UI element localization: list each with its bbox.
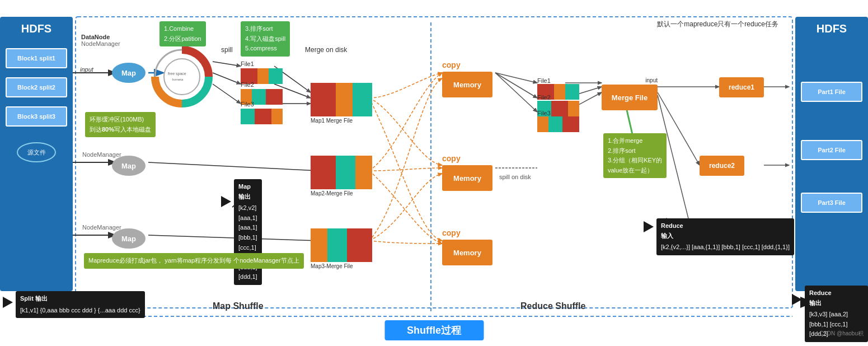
svg-text:kvmeta: kvmeta <box>172 78 184 81</box>
file2-label: File2 <box>241 81 283 88</box>
spill-label: spill <box>221 46 233 54</box>
memory1-container: copy Memory <box>442 60 492 97</box>
map-shuffle-label: Map Shuffle <box>213 301 264 311</box>
input-label-1: input <box>80 66 93 73</box>
reduce-input-title: Reduce输入 <box>661 221 790 241</box>
reduce-input-arrow <box>644 221 654 232</box>
reduce2-container: reduce2 <box>700 156 744 176</box>
map1-seg-teal <box>353 83 372 116</box>
map1-merge-container: Map1 Merge File <box>311 83 372 124</box>
file3-container: File3 <box>241 101 283 124</box>
svg-line-16 <box>495 73 537 98</box>
reduce2-box: reduce2 <box>700 156 744 176</box>
copy-label-1: copy <box>442 60 492 69</box>
default-note: 默认一个mapreduce只有一个reduce任务 <box>657 20 778 29</box>
map3-merge-file <box>311 228 372 262</box>
file3-seg-teal <box>241 109 255 124</box>
svg-line-6 <box>213 73 241 84</box>
split-output-title: Split 输出 <box>20 294 140 304</box>
ring-buffer-note-box: 环形缓冲区(100MB)到达80%写入本地磁盘 <box>85 112 156 137</box>
file3-bar <box>241 109 283 124</box>
memory2-box: Memory <box>442 165 492 191</box>
memory3-box: Memory <box>442 240 492 265</box>
map1-merge-label: Map1 Merge File <box>311 118 372 124</box>
csdn-credit: CSDN @haobu积 <box>819 330 864 338</box>
green-box-sort-text: 3.排序sort 4.写入磁盘spill 5.compress <box>241 21 290 57</box>
spill-on-disk-label: spill on disk <box>499 174 531 180</box>
combine-line1: 1.Combine <box>164 25 194 32</box>
nm-label-1: NodeManager <box>81 40 120 47</box>
block2-split2: Block2 split2 <box>6 77 67 97</box>
map3-merge-label: Map3-Merge File <box>311 263 372 269</box>
reduce-file3-label: File3 <box>537 110 579 116</box>
map-output-container: Map输出 [k2,v2][aaa,1][aaa,1][bbb,1][ccc,1… <box>221 179 262 285</box>
memory2-container: copy Memory <box>442 154 492 191</box>
map2-merge-file <box>311 156 372 189</box>
map3-merge-container: Map3-Merge File <box>311 228 372 269</box>
svg-line-13 <box>148 162 319 171</box>
map2-seg-red <box>311 156 336 189</box>
shuffle-process-label: Shuffle过程 <box>384 320 484 340</box>
mapreduce-jar-box: Mapreduce必须打成jar包， yarn将map程序分发到每 个nodeM… <box>84 253 304 269</box>
reduce-input-data: [k2,{v2,...}] [aaa,{1,1}] [bbb,1] [ccc,1… <box>661 242 790 253</box>
shuffle-process-container: Shuffle过程 <box>384 320 484 340</box>
reduce1-container: reduce1 <box>719 77 764 97</box>
map3-oval: Map <box>112 228 146 249</box>
reduce-file3-bar <box>537 116 579 132</box>
ring-buffer-note: 环形缓冲区(100MB)到达80%写入本地磁盘 <box>85 112 156 137</box>
split-output-container: Split 输出 [k1,v1] {0,aaa bbb ccc ddd } {.… <box>3 291 145 318</box>
map1-container: Map <box>112 63 146 83</box>
reduce-output-title: Reduce输出 <box>809 288 864 308</box>
memory3-container: copy Memory <box>442 228 492 265</box>
svg-line-5 <box>213 62 241 66</box>
hdfs-left-title: HDFS <box>21 22 51 35</box>
svg-line-7 <box>213 84 241 104</box>
map2-merge-label: Map2-Merge File <box>311 190 372 197</box>
part3-file: Part3 File <box>801 193 862 213</box>
svg-line-17 <box>495 73 537 112</box>
ring-buffer-diagram: free space kvmeta <box>151 46 213 107</box>
file3-seg-orange <box>271 109 283 124</box>
block1-split1: Block1 split1 <box>6 48 67 68</box>
file3-label: File3 <box>241 101 283 107</box>
merge-sort-note: 1.合并merge2.排序sort3.分组（相同KEY的value放在一起） <box>603 133 667 178</box>
copy-label-3: copy <box>442 228 492 237</box>
map2-container: Map <box>112 156 146 176</box>
reduce-input-container: Reduce输入 [k2,{v2,...}] [aaa,{1,1}] [bbb,… <box>644 218 794 255</box>
reduce-shuffle-label: Reduce Shuffle <box>520 301 585 311</box>
map3-seg-teal <box>327 228 347 262</box>
green-box-sort: 3.排序sort 4.写入磁盘spill 5.compress <box>241 21 290 57</box>
svg-text:free space: free space <box>168 72 186 76</box>
map-output-arrow <box>221 196 231 207</box>
datanode-label-row: DataNode NodeManager <box>81 34 120 47</box>
mapreduce-jar-text: Mapreduce必须打成jar包， yarn将map程序分发到每 个nodeM… <box>88 257 299 264</box>
map2-merge-container: Map2-Merge File <box>311 156 372 197</box>
map2-seg-teal <box>336 156 355 189</box>
file3-seg-red <box>255 109 271 124</box>
map3-seg-orange <box>311 228 327 262</box>
hdfs-right: HDFS Part1 File Part2 File Part3 File <box>795 17 868 291</box>
reduce-file3-container: File3 <box>537 110 579 132</box>
map1-merge-file <box>311 83 372 116</box>
merge-note-text: 1.合并merge2.排序sort3.分组（相同KEY的value放在一起） <box>608 137 662 174</box>
reduce-file2-label: File2 <box>537 94 579 101</box>
map2-oval: Map <box>112 156 146 176</box>
datanode-label: DataNode <box>81 34 120 40</box>
reduce1-box: reduce1 <box>719 77 764 97</box>
map-output-title: Map输出 <box>238 182 257 202</box>
map3-container: Map <box>112 228 146 249</box>
merge-on-disk-label: Merge on disk <box>305 46 347 54</box>
part1-file: Part1 File <box>801 82 862 102</box>
part2-file: Part2 File <box>801 140 862 160</box>
map-output-note-box: Map输出 [k2,v2][aaa,1][aaa,1][bbb,1][ccc,1… <box>234 179 262 285</box>
main-container: HDFS Block1 split1 Block2 split2 Block3 … <box>0 0 868 346</box>
combine-line2: 2.分区patition <box>164 35 201 42</box>
split-output-arrow <box>3 297 13 308</box>
map1-seg-orange <box>336 83 353 116</box>
block3-split3: Block3 split3 <box>6 106 67 127</box>
file1-container: File1 <box>241 60 283 84</box>
green-box-combine-text: 1.Combine 2.分区patition <box>159 21 206 46</box>
source-file: 源文件 <box>17 142 56 162</box>
hdfs-left: HDFS Block1 split1 Block2 split2 Block3 … <box>0 17 73 291</box>
reduce-input-note-box: Reduce输入 [k2,{v2,...}] [aaa,{1,1}] [bbb,… <box>656 218 794 255</box>
